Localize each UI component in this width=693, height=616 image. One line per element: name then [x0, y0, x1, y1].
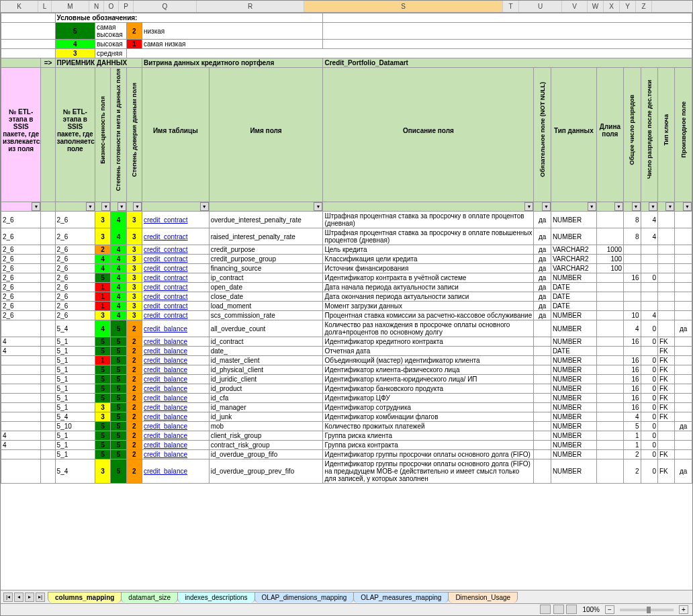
cell-table[interactable]: credit_contract [142, 302, 209, 311]
cell-field[interactable]: financing_source [209, 264, 323, 273]
cell-key[interactable]: FK [657, 403, 674, 412]
filter-btn-q[interactable]: ▼ [200, 202, 209, 211]
cell-m[interactable]: 2_6 [55, 228, 95, 245]
cell-desc[interactable]: Дата окончания периода актуальности запи… [323, 292, 534, 302]
zoom-slider[interactable] [620, 609, 674, 611]
cell-p[interactable]: 2 [126, 422, 142, 431]
table-link[interactable]: credit_balance [144, 357, 187, 364]
cell-type[interactable]: DATE [551, 302, 596, 311]
col-header-Y[interactable]: Y [620, 1, 636, 12]
tab-first-icon[interactable]: |◂ [3, 592, 13, 602]
filter-btn-r[interactable]: ▼ [314, 202, 322, 211]
cell-tot[interactable] [624, 255, 641, 264]
cell-dec[interactable]: 0 [641, 394, 657, 403]
cell-n[interactable]: 1 [95, 302, 110, 311]
cell-k[interactable] [1, 412, 41, 422]
cell-o[interactable]: 4 [111, 283, 126, 292]
cell-n[interactable]: 3 [95, 459, 110, 484]
cell-key[interactable] [657, 320, 674, 337]
cell-key[interactable]: FK [657, 384, 674, 394]
cell-type[interactable]: NUMBER [551, 365, 596, 375]
cell-n[interactable]: 4 [95, 264, 110, 273]
cell-k[interactable] [1, 375, 41, 384]
cell-table[interactable]: credit_balance [142, 450, 209, 459]
filter-btn-y[interactable]: ▼ [665, 202, 674, 211]
cell-der[interactable] [675, 384, 692, 394]
cell-field[interactable]: contract_risk_group [209, 441, 323, 450]
view-break-icon[interactable] [566, 605, 577, 614]
cell-field[interactable]: id_physical_client [209, 365, 323, 375]
cell-k[interactable] [1, 394, 41, 403]
cell-desc[interactable]: Идентификатор комбинации флагов [323, 412, 534, 422]
cell-len[interactable] [596, 273, 623, 283]
cell-len[interactable]: 100 [596, 255, 623, 264]
table-link[interactable]: credit_contract [144, 233, 188, 240]
cell-p[interactable]: 2 [126, 384, 142, 394]
cell-dec[interactable] [641, 264, 657, 273]
cell-req[interactable]: да [534, 273, 551, 283]
cell-desc[interactable]: Отчетная дата [323, 347, 534, 356]
cell-field[interactable]: open_date [209, 283, 323, 292]
cell-o[interactable]: 5 [111, 347, 126, 356]
cell-dec[interactable]: 4 [641, 311, 657, 320]
cell-desc[interactable]: Количество раз нахождения в просрочке оп… [323, 320, 534, 337]
cell-req[interactable]: да [534, 292, 551, 302]
cell-field[interactable]: id_cfa [209, 394, 323, 403]
cell-len[interactable] [596, 422, 623, 431]
cell-p[interactable]: 2 [126, 365, 142, 375]
cell-o[interactable]: 4 [111, 311, 126, 320]
cell-type[interactable]: NUMBER [551, 212, 596, 228]
cell-n[interactable]: 3 [95, 311, 110, 320]
cell-n[interactable]: 1 [95, 356, 110, 365]
cell-dec[interactable]: 0 [641, 450, 657, 459]
cell-n[interactable]: 5 [95, 375, 110, 384]
cell-o[interactable]: 5 [111, 365, 126, 375]
cell-n[interactable]: 5 [95, 422, 110, 431]
cell-key[interactable] [657, 292, 674, 302]
table-link[interactable]: credit_balance [144, 451, 187, 458]
col-header-T[interactable]: T [503, 1, 519, 12]
cell-o[interactable]: 4 [111, 292, 126, 302]
table-link[interactable]: credit_contract [144, 246, 188, 253]
cell-type[interactable]: NUMBER [551, 431, 596, 441]
cell-req[interactable]: да [534, 264, 551, 273]
cell-table[interactable]: credit_balance [142, 394, 209, 403]
cell-type[interactable]: NUMBER [551, 273, 596, 283]
cell-dec[interactable]: 0 [641, 337, 657, 347]
col-header-Q[interactable]: Q [134, 1, 197, 12]
cell-dec[interactable]: 0 [641, 403, 657, 412]
table-link[interactable]: credit_balance [144, 366, 187, 373]
cell-table[interactable]: credit_contract [142, 245, 209, 255]
cell-dec[interactable]: 0 [641, 375, 657, 384]
cell-dec[interactable]: 0 [641, 356, 657, 365]
cell-dec[interactable]: 0 [641, 431, 657, 441]
cell-k[interactable]: 2_6 [1, 302, 41, 311]
col-header-K[interactable]: K [1, 1, 38, 12]
cell-len[interactable] [596, 394, 623, 403]
cell-p[interactable]: 3 [126, 228, 142, 245]
cell-field[interactable]: credit_purpose_group [209, 255, 323, 264]
cell-key[interactable]: FK [657, 412, 674, 422]
cell-len[interactable] [596, 459, 623, 484]
cell-field[interactable]: id_overdue_group_prev_fifo [209, 459, 323, 484]
cell-m[interactable]: 2_6 [55, 264, 95, 273]
cell-table[interactable]: credit_contract [142, 292, 209, 302]
cell-m[interactable]: 2_6 [55, 283, 95, 292]
cell-key[interactable] [657, 441, 674, 450]
cell-tot[interactable]: 16 [624, 403, 641, 412]
sheet-tab-OLAP_dimensions_mapping[interactable]: OLAP_dimensions_mapping [255, 592, 355, 603]
cell-key[interactable]: FK [657, 394, 674, 403]
cell-len[interactable] [596, 356, 623, 365]
cell-p[interactable]: 3 [126, 292, 142, 302]
cell-desc[interactable]: Классификация цели кредита [323, 255, 534, 264]
table-link[interactable]: credit_contract [144, 283, 188, 291]
cell-req[interactable] [534, 431, 551, 441]
cell-type[interactable]: NUMBER [551, 311, 596, 320]
table-link[interactable]: credit_balance [144, 394, 187, 402]
cell-tot[interactable]: 16 [624, 384, 641, 394]
table-link[interactable]: credit_contract [144, 293, 188, 300]
col-header-M[interactable]: M [52, 1, 89, 12]
cell-table[interactable]: credit_contract [142, 212, 209, 228]
cell-der[interactable] [675, 264, 692, 273]
cell-desc[interactable]: Дата начала периода актуальности записи [323, 283, 534, 292]
